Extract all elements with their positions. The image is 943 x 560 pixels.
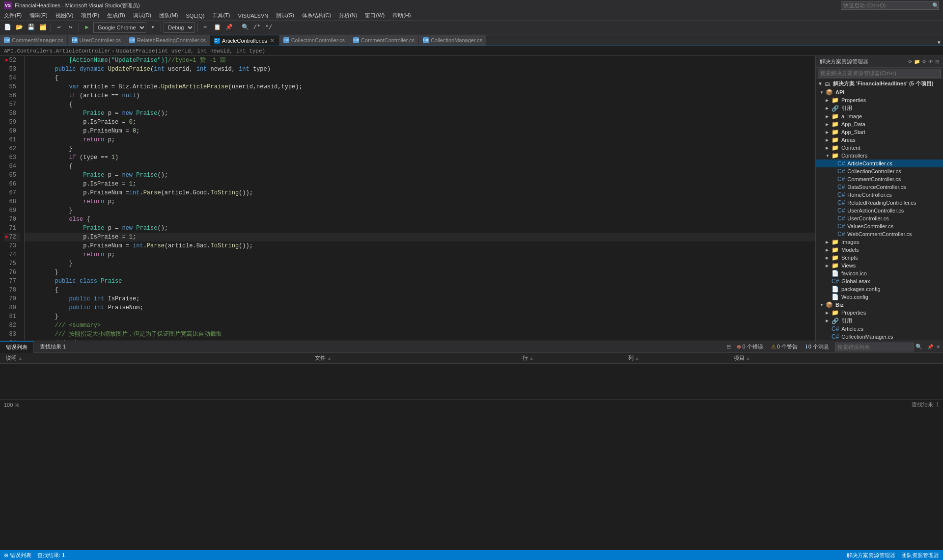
status-find[interactable]: 查找结果: 1 [37,552,65,559]
tab-commentmanager[interactable]: C# CommentManager.cs [0,35,68,46]
tab-collectionmanager[interactable]: C# CollectionManager.cs [419,35,487,46]
cut-btn[interactable]: ✂ [200,22,211,33]
col-description[interactable]: 说明 ▲ [4,354,313,362]
paste-btn[interactable]: 📌 [223,22,234,33]
tab-articlecontroller[interactable]: C# ArticleController.cs ✕ [210,35,279,46]
error-count-messages[interactable]: ℹ 0 个消息 [804,343,831,350]
menu-test[interactable]: 测试(S) [272,11,298,20]
tree-item-CommentController-cs[interactable]: C#CommentController.cs [816,175,943,183]
menu-visualsvn[interactable]: VISUALSVN [234,11,272,20]
tree-item-UserController-cs[interactable]: C#UserController.cs [816,214,943,222]
menu-edit[interactable]: 编辑(E) [26,11,52,20]
tree-item-packages-config[interactable]: 📄packages.config [816,285,943,293]
error-search-input[interactable] [835,343,914,351]
tree-item-CollectionController-cs[interactable]: C#CollectionController.cs [816,167,943,175]
save-all-btn[interactable]: 🗂️ [37,22,48,33]
menu-view[interactable]: 视图(V) [52,11,78,20]
tree-item-favicon-ico[interactable]: 📄favicon.ico [816,269,943,277]
menu-project[interactable]: 项目(P) [77,11,103,20]
tree-item-Controllers[interactable]: ▼📁Controllers [816,152,943,160]
tab-close-articlecontroller[interactable]: ✕ [269,37,275,44]
undo-btn[interactable]: ↩ [54,22,64,33]
tree-item-ArticleController-cs[interactable]: C#ArticleController.cs [816,160,943,167]
uncomment-btn[interactable]: */ [263,22,274,33]
menu-debug[interactable]: 调试(D) [129,11,155,20]
quick-launch-input[interactable] [841,1,939,10]
tree-solution-root[interactable]: ▼ 🗂 解决方案 'FinancialHeadlines' (5 个项目) [816,79,943,88]
col-line[interactable]: 行 ▲ [521,354,626,362]
menu-file[interactable]: 文件(F) [0,11,26,20]
error-list-tab[interactable]: 错误列表 [0,341,34,353]
breadcrumb-method[interactable]: UpdatePraise(int userid, int newsid, int… [116,48,265,54]
tree-item---[interactable]: ▶🔗引用 [816,104,943,112]
tree-item-a-image[interactable]: ▶📁a_image [816,112,943,120]
error-pin-icon[interactable]: 📌 [926,343,934,350]
se-new-folder-icon[interactable]: 📁 [914,59,920,64]
tree-item-Properties[interactable]: ▶📁Properties [816,96,943,104]
tree-item-Scripts[interactable]: ▶📁Scripts [816,254,943,262]
find-results-tab[interactable]: 查找结果 1 [34,341,72,353]
status-team-explorer[interactable]: 团队资源管理器 [901,552,939,559]
menu-sql[interactable]: SQL(Q) [182,11,209,20]
tree-item-Web-config[interactable]: 📄Web.config [816,293,943,301]
col-project[interactable]: 项目 ▲ [732,354,939,362]
se-preview-icon[interactable]: 👁 [928,59,933,64]
se-properties-icon[interactable]: ⚙ [922,59,926,64]
tree-item-Biz[interactable]: ▼📦Biz [816,301,943,309]
tree-item-API[interactable]: ▼📦API [816,88,943,96]
tree-item-App-Start[interactable]: ▶📁App_Start [816,128,943,136]
error-count-warnings[interactable]: ⚠ 0 个警告 [769,343,800,350]
find-btn[interactable]: 🔍 [240,22,250,33]
comment-btn[interactable]: /* [251,22,262,33]
menu-window[interactable]: 窗口(W) [361,11,388,20]
col-col[interactable]: 列 ▲ [626,354,732,362]
menu-help[interactable]: 帮助(H) [388,11,415,20]
tree-item-Areas[interactable]: ▶📁Areas [816,136,943,144]
tree-item-Images[interactable]: ▶📁Images [816,238,943,246]
breadcrumb-path[interactable]: API.Controllers.ArticleController [4,48,111,54]
error-count-errors[interactable]: ⊗ 0 个错误 [735,343,765,350]
redo-btn[interactable]: ↪ [65,22,76,33]
tree-item-UserActionController-cs[interactable]: C#UserActionController.cs [816,207,943,214]
save-btn[interactable]: 💾 [26,22,36,33]
tree-item-Article-cs[interactable]: C#Article.cs [816,325,943,333]
code-area[interactable]: [ActionName("UpdatePraise")]//type=1 赞 -… [25,56,815,341]
tree-item-Properties[interactable]: ▶📁Properties [816,309,943,317]
tab-relatedreading[interactable]: C# RelatedReadingController.cs [125,35,210,46]
tree-item---[interactable]: ▶🔗引用 [816,317,943,325]
open-btn[interactable]: 📂 [14,22,25,33]
col-file[interactable]: 文件 ▲ [313,354,520,362]
tree-item-HomeController-cs[interactable]: C#HomeController.cs [816,191,943,199]
se-search-input[interactable] [818,69,941,78]
tab-comment[interactable]: C# CommentController.cs [349,35,419,46]
menu-arch[interactable]: 体系结构(C) [298,11,335,20]
tree-item-RelatedReadingController-cs[interactable]: C#RelatedReadingController.cs [816,199,943,207]
new-project-btn[interactable]: 📄 [2,22,13,33]
tree-item-Views[interactable]: ▶📁Views [816,262,943,269]
browser-dropdown[interactable]: Google Chrome [93,22,146,33]
se-collapse-icon[interactable]: ⊟ [935,59,939,64]
menu-tools[interactable]: 工具(T) [208,11,234,20]
config-dropdown[interactable]: Debug [164,22,194,33]
tree-item-DataSourceController-cs[interactable]: C#DataSourceController.cs [816,183,943,191]
status-errors[interactable]: ⊗ 错误列表 [4,552,31,559]
debug-dropdown-btn[interactable]: ▾ [147,22,158,33]
tree-item-App-Data[interactable]: ▶📁App_Data [816,120,943,128]
tree-item-Global-asax[interactable]: C#Global.asax [816,277,943,285]
start-debug-btn[interactable]: ▶ [82,22,92,33]
tree-item-Content[interactable]: ▶📁Content [816,144,943,152]
tree-item-Models[interactable]: ▶📁Models [816,246,943,254]
tab-usercontroller[interactable]: C# UserController.cs [68,35,125,46]
error-close-icon[interactable]: ✕ [935,343,941,350]
se-sync-icon[interactable]: ⟳ [908,59,912,64]
menu-build[interactable]: 生成(B) [103,11,129,20]
menu-analyze[interactable]: 分析(N) [335,11,361,20]
tree-item-CollectionManager-cs[interactable]: C#CollectionManager.cs [816,333,943,341]
tree-item-ValuesController-cs[interactable]: C#ValuesController.cs [816,222,943,230]
tab-collection[interactable]: C# CollectionController.cs [279,35,349,46]
tree-item-WebCommentController-cs[interactable]: C#WebCommentController.cs [816,230,943,238]
menu-team[interactable]: 团队(M) [155,11,182,20]
copy-btn[interactable]: 📋 [212,22,222,33]
status-solution-explorer[interactable]: 解决方案资源管理器 [847,552,895,559]
tab-scroll-btn[interactable]: ▾ [935,39,943,46]
